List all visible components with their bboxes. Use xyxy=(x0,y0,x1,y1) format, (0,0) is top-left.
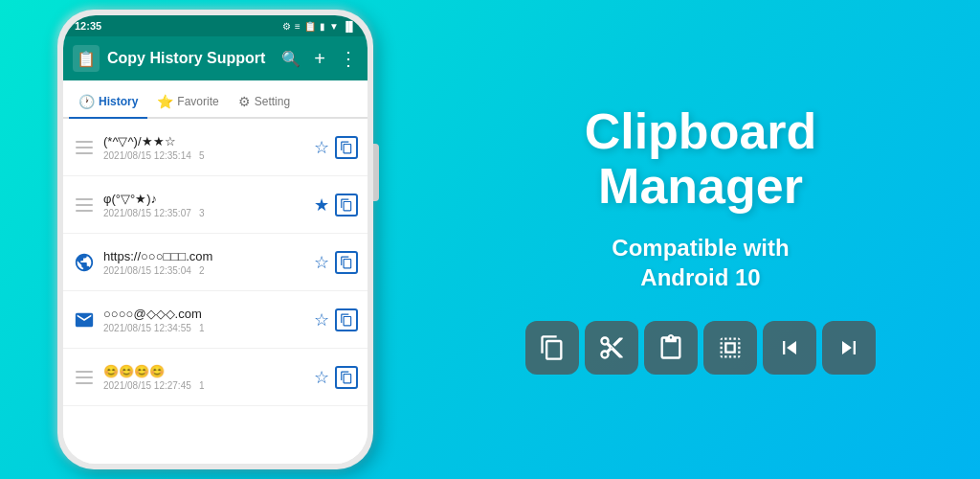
item-text: (*^▽^)/★★☆ xyxy=(103,134,306,148)
svg-rect-0 xyxy=(76,141,93,143)
settings-icon: ⚙ xyxy=(282,21,291,32)
app-bar-icon: 📋 xyxy=(73,45,100,72)
history-tab-icon: 🕐 xyxy=(78,94,95,109)
item-content: (*^▽^)/★★☆ 2021/08/15 12:35:14 5 xyxy=(103,134,306,161)
promo-subtitle: Compatible with Android 10 xyxy=(612,233,789,292)
svg-rect-5 xyxy=(76,210,93,212)
item-content: 😊😊😊😊 2021/08/15 12:27:45 1 xyxy=(103,364,306,391)
drag-handle-icon xyxy=(73,141,96,154)
menu-icon: ≡ xyxy=(295,21,301,32)
list-item: 😊😊😊😊 2021/08/15 12:27:45 1 ☆ xyxy=(63,349,368,406)
promo-title-line1: Clipboard xyxy=(585,104,817,159)
phone-frame: 12:35 ⚙ ≡ 📋 ▮ ▼ ▐▌ 📋 Copy History Suppor… xyxy=(57,10,373,469)
copy-button[interactable] xyxy=(335,251,358,274)
list-item: ○○○○@◇◇◇.com 2021/08/15 12:34:55 1 ☆ xyxy=(63,291,368,349)
globe-icon xyxy=(73,252,96,273)
favorite-button[interactable]: ★ xyxy=(314,194,329,216)
item-actions: ☆ xyxy=(314,251,358,274)
search-button[interactable]: 🔍 xyxy=(281,50,301,68)
favorite-tab-icon: ⭐ xyxy=(157,94,173,109)
favorite-button[interactable]: ☆ xyxy=(314,137,329,158)
item-actions: ☆ xyxy=(314,136,358,159)
promo-title: Clipboard Manager xyxy=(585,104,817,214)
promo-subtitle-line1: Compatible with xyxy=(612,233,789,262)
svg-rect-7 xyxy=(76,376,93,378)
list-item: https://○○○□□□.com 2021/08/15 12:35:04 2… xyxy=(63,234,368,291)
app-bar-actions: 🔍 + ⋮ xyxy=(281,47,358,70)
tab-setting[interactable]: ⚙ Setting xyxy=(229,86,300,117)
svg-rect-3 xyxy=(76,198,93,200)
item-meta: 2021/08/15 12:27:45 1 xyxy=(103,380,306,391)
tab-history[interactable]: 🕐 History xyxy=(69,86,147,117)
svg-rect-8 xyxy=(76,382,93,384)
favorite-tab-label: Favorite xyxy=(177,95,218,108)
promo-title-line2: Manager xyxy=(585,159,817,214)
item-content: ○○○○@◇◇◇.com 2021/08/15 12:34:55 1 xyxy=(103,307,306,333)
drag-handle-icon xyxy=(73,371,96,384)
next-action-button[interactable] xyxy=(822,321,876,375)
mail-icon xyxy=(73,309,96,331)
app-bar: 📋 Copy History Support 🔍 + ⋮ xyxy=(63,36,368,80)
history-tab-label: History xyxy=(99,95,138,108)
svg-rect-6 xyxy=(76,371,93,373)
tabs-bar: 🕐 History ⭐ Favorite ⚙ Setting xyxy=(63,80,368,119)
favorite-button[interactable]: ☆ xyxy=(314,309,329,331)
copy-button[interactable] xyxy=(335,366,358,389)
prev-action-button[interactable] xyxy=(763,321,816,375)
signal-icon: ▐▌ xyxy=(343,21,356,32)
status-bar: 12:35 ⚙ ≡ 📋 ▮ ▼ ▐▌ xyxy=(63,15,368,36)
item-actions: ☆ xyxy=(314,366,358,389)
svg-rect-1 xyxy=(76,147,93,148)
item-meta: 2021/08/15 12:35:04 2 xyxy=(103,265,306,276)
battery-icon: ▮ xyxy=(320,21,325,32)
copy-action-button[interactable] xyxy=(525,321,579,375)
svg-rect-4 xyxy=(76,204,93,206)
status-icons: ⚙ ≡ 📋 ▮ ▼ ▐▌ xyxy=(282,21,356,32)
copy-button[interactable] xyxy=(335,194,358,217)
item-content: https://○○○□□□.com 2021/08/15 12:35:04 2 xyxy=(103,249,306,276)
more-menu-button[interactable]: ⋮ xyxy=(339,47,358,70)
promo-panel: Clipboard Manager Compatible with Androi… xyxy=(421,85,980,395)
action-icons-bar xyxy=(525,321,876,375)
item-content: φ(°▽°★)♪ 2021/08/15 12:35:07 3 xyxy=(103,192,306,218)
copy-button[interactable] xyxy=(335,136,358,159)
item-text: ○○○○@◇◇◇.com xyxy=(103,307,306,321)
cut-action-button[interactable] xyxy=(585,321,638,375)
item-text: https://○○○□□□.com xyxy=(103,249,306,263)
drag-handle-icon xyxy=(73,198,96,212)
copy-button[interactable] xyxy=(335,308,358,331)
add-button[interactable]: + xyxy=(314,48,325,70)
app-bar-title: Copy History Support xyxy=(107,50,274,67)
clipboard-status-icon: 📋 xyxy=(304,21,316,32)
phone-screen: 12:35 ⚙ ≡ 📋 ▮ ▼ ▐▌ 📋 Copy History Suppor… xyxy=(63,15,368,464)
paste-action-button[interactable] xyxy=(644,321,698,375)
phone-side-button xyxy=(373,144,379,201)
promo-subtitle-line2: Android 10 xyxy=(612,262,789,292)
status-time: 12:35 xyxy=(75,20,101,32)
favorite-button[interactable]: ☆ xyxy=(314,367,329,388)
setting-tab-label: Setting xyxy=(255,95,290,108)
tab-favorite[interactable]: ⭐ Favorite xyxy=(147,86,228,117)
item-actions: ★ xyxy=(314,194,358,217)
item-actions: ☆ xyxy=(314,308,358,331)
setting-tab-icon: ⚙ xyxy=(238,94,251,109)
select-all-action-button[interactable] xyxy=(703,321,757,375)
item-text: φ(°▽°★)♪ xyxy=(103,192,306,206)
item-text: 😊😊😊😊 xyxy=(103,364,306,378)
item-meta: 2021/08/15 12:35:07 3 xyxy=(103,208,306,218)
item-meta: 2021/08/15 12:34:55 1 xyxy=(103,323,306,333)
svg-rect-2 xyxy=(76,152,93,154)
history-list: (*^▽^)/★★☆ 2021/08/15 12:35:14 5 ☆ xyxy=(63,119,368,464)
favorite-button[interactable]: ☆ xyxy=(314,252,329,273)
item-meta: 2021/08/15 12:35:14 5 xyxy=(103,150,306,161)
list-item: (*^▽^)/★★☆ 2021/08/15 12:35:14 5 ☆ xyxy=(63,119,368,176)
wifi-icon: ▼ xyxy=(329,21,339,32)
list-item: φ(°▽°★)♪ 2021/08/15 12:35:07 3 ★ xyxy=(63,176,368,234)
phone-mockup: 12:35 ⚙ ≡ 📋 ▮ ▼ ▐▌ 📋 Copy History Suppor… xyxy=(57,10,421,469)
